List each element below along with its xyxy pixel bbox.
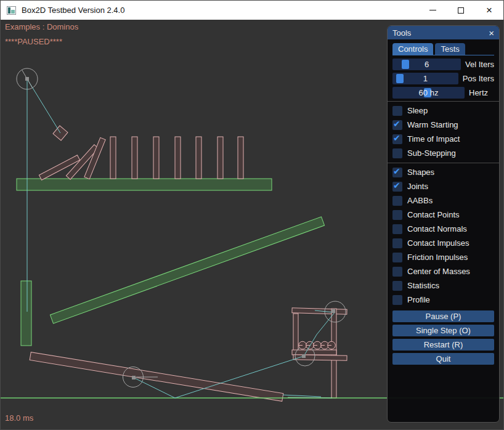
checkbox-statistics[interactable] bbox=[392, 281, 402, 291]
checkbox-label: Time of Impact bbox=[407, 134, 460, 144]
minimize-button[interactable] bbox=[418, 1, 447, 20]
domino[interactable] bbox=[132, 137, 137, 179]
joint-anchor bbox=[132, 376, 136, 379]
tab-tests[interactable]: Tests bbox=[435, 43, 465, 55]
separator bbox=[388, 101, 499, 102]
example-label: Examples : Dominos bbox=[5, 22, 78, 31]
slider-pos-iters[interactable]: 1 bbox=[392, 73, 458, 84]
window-title: Box2D Testbed Version 2.4.0 bbox=[22, 6, 124, 15]
checkbox-shapes[interactable]: ✔ bbox=[392, 168, 402, 177]
checkbox-row-joints: ✔Joints bbox=[392, 179, 494, 193]
checkbox-row-sleep: Sleep bbox=[392, 103, 494, 118]
checkbox-label: Warm Starting bbox=[407, 120, 458, 129]
slider-value: 6 bbox=[392, 59, 461, 70]
joint-anchor bbox=[331, 309, 335, 313]
window-titlebar[interactable]: Box2D Testbed Version 2.4.0 × bbox=[1, 1, 503, 20]
frame-time-label: 18.0 ms bbox=[5, 413, 33, 423]
panel-close-icon[interactable]: × bbox=[489, 28, 494, 38]
app-icon bbox=[7, 6, 16, 15]
slider-row-hertz: 60 hzHertz bbox=[392, 87, 494, 99]
checkbox-label: Sleep bbox=[407, 106, 428, 115]
panel-content: ControlsTests 6Vel Iters1Pos Iters60 hzH… bbox=[388, 43, 499, 365]
tab-bar: ControlsTests bbox=[392, 43, 494, 55]
single-step-o-button[interactable]: Single Step (O) bbox=[392, 325, 494, 336]
checkbox-label: Center of Masses bbox=[407, 267, 470, 276]
domino[interactable] bbox=[110, 137, 116, 179]
slider-hertz[interactable]: 60 hz bbox=[392, 87, 465, 99]
checkbox-label: Shapes bbox=[407, 168, 434, 177]
physics-canvas[interactable]: Examples : Dominos ****PAUSED**** 18.0 m… bbox=[1, 20, 504, 430]
slider-vel-iters[interactable]: 6 bbox=[392, 59, 461, 70]
checkbox-row-aabbs: AABBs bbox=[392, 193, 494, 208]
checkbox-label: Friction Impulses bbox=[407, 253, 468, 262]
domino[interactable] bbox=[217, 137, 223, 179]
quit-button[interactable]: Quit bbox=[392, 353, 494, 365]
checkbox-warm-starting[interactable]: ✔ bbox=[392, 120, 402, 130]
checkbox-row-contact-impulses: Contact Impulses bbox=[392, 236, 494, 250]
close-button[interactable]: × bbox=[475, 1, 503, 20]
slider-row-vel-iters: 6Vel Iters bbox=[392, 59, 494, 70]
restart-r-button[interactable]: Restart (R) bbox=[392, 339, 494, 351]
slider-row-pos-iters: 1Pos Iters bbox=[392, 73, 494, 84]
checkbox-label: Joints bbox=[407, 182, 428, 191]
checkmark-icon: ✔ bbox=[393, 181, 400, 190]
checkmark-icon: ✔ bbox=[393, 166, 400, 176]
checkbox-profile[interactable] bbox=[392, 295, 402, 305]
checkbox-label: Profile bbox=[407, 295, 430, 304]
checkbox-group: Sleep✔Warm Starting✔Time of ImpactSub-St… bbox=[392, 101, 494, 307]
cart-left-post[interactable] bbox=[293, 314, 298, 354]
tab-controls[interactable]: Controls bbox=[392, 43, 433, 55]
joint-anchor bbox=[25, 77, 29, 81]
domino[interactable] bbox=[175, 137, 181, 179]
checkbox-aabbs[interactable] bbox=[392, 196, 402, 206]
green-ramp bbox=[50, 217, 324, 323]
tools-panel: Tools × ControlsTests 6Vel Iters1Pos Ite… bbox=[387, 25, 500, 423]
close-icon: × bbox=[486, 5, 492, 15]
checkbox-sub-stepping[interactable] bbox=[392, 148, 402, 158]
slider-label: Pos Iters bbox=[463, 74, 494, 83]
checkbox-label: Contact Normals bbox=[407, 224, 467, 233]
checkmark-icon: ✔ bbox=[393, 119, 400, 129]
checkbox-contact-normals[interactable] bbox=[392, 224, 402, 234]
joint-anchor bbox=[302, 354, 306, 358]
checkbox-center-of-masses[interactable] bbox=[392, 267, 402, 277]
green-shelf bbox=[17, 179, 272, 190]
domino[interactable] bbox=[153, 137, 159, 179]
checkbox-row-friction-impulses: Friction Impulses bbox=[392, 250, 494, 264]
checkbox-time-of-impact[interactable]: ✔ bbox=[392, 134, 402, 144]
checkbox-sleep[interactable] bbox=[392, 106, 402, 116]
slider-label: Vel Iters bbox=[465, 60, 494, 69]
checkbox-row-sub-stepping: Sub-Stepping bbox=[392, 146, 494, 160]
checkbox-contact-impulses[interactable] bbox=[392, 238, 402, 248]
green-pillar bbox=[21, 281, 31, 346]
pause-p-button[interactable]: Pause (P) bbox=[392, 310, 494, 322]
checkbox-row-center-of-masses: Center of Masses bbox=[392, 264, 494, 278]
cart-lower-bar[interactable] bbox=[293, 355, 347, 361]
checkbox-row-contact-normals: Contact Normals bbox=[392, 222, 494, 236]
slider-label: Hertz bbox=[469, 88, 488, 97]
checkbox-row-shapes: ✔Shapes bbox=[392, 165, 494, 179]
domino[interactable] bbox=[196, 137, 201, 179]
domino[interactable] bbox=[238, 137, 243, 179]
app-window: Box2D Testbed Version 2.4.0 × Examples :… bbox=[0, 0, 504, 430]
slider-value: 1 bbox=[392, 73, 458, 84]
checkbox-joints[interactable]: ✔ bbox=[392, 182, 402, 192]
checkbox-row-warm-starting: ✔Warm Starting bbox=[392, 118, 494, 132]
checkmark-icon: ✔ bbox=[393, 133, 400, 143]
button-group: Pause (P)Single Step (O)Restart (R)Quit bbox=[392, 310, 494, 365]
checkbox-label: Statistics bbox=[407, 281, 439, 290]
checkbox-label: Contact Points bbox=[407, 210, 460, 219]
checkbox-label: Sub-Stepping bbox=[407, 148, 456, 158]
minimize-icon bbox=[429, 10, 436, 10]
checkbox-label: Contact Impulses bbox=[407, 238, 469, 248]
slider-value: 60 hz bbox=[392, 87, 465, 99]
slider-group: 6Vel Iters1Pos Iters60 hzHertz bbox=[392, 59, 494, 99]
maximize-button[interactable] bbox=[447, 1, 475, 20]
checkbox-row-statistics: Statistics bbox=[392, 278, 494, 293]
panel-title: Tools bbox=[392, 28, 411, 38]
checkbox-friction-impulses[interactable] bbox=[392, 253, 402, 262]
panel-titlebar[interactable]: Tools × bbox=[388, 26, 499, 39]
checkbox-label: AABBs bbox=[407, 196, 433, 205]
separator bbox=[388, 163, 499, 163]
checkbox-contact-points[interactable] bbox=[392, 210, 402, 220]
